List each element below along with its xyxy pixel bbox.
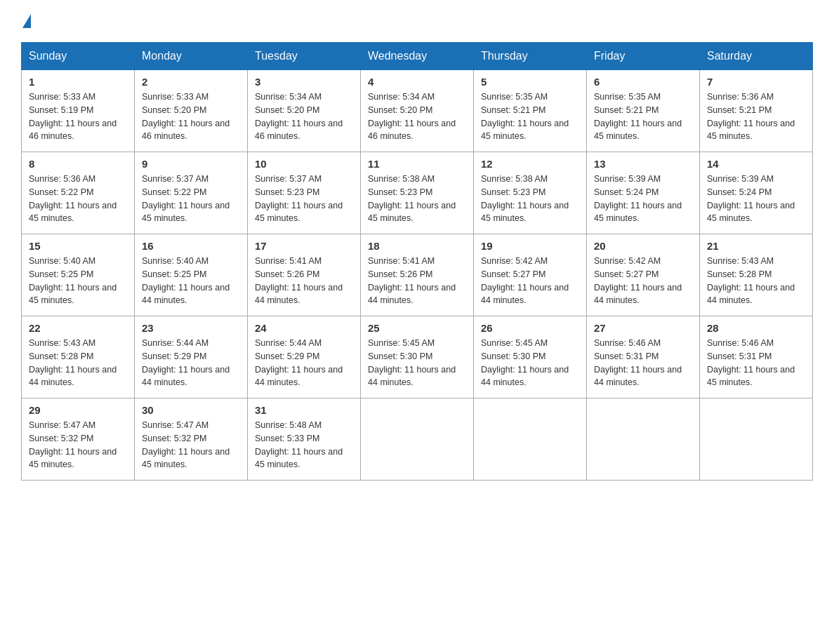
day-number: 10: [255, 158, 353, 170]
header-saturday: Saturday: [700, 43, 813, 70]
table-row: 27Sunrise: 5:46 AMSunset: 5:31 PMDayligh…: [587, 316, 700, 398]
day-info: Sunrise: 5:37 AMSunset: 5:22 PMDaylight:…: [142, 173, 240, 225]
day-info: Sunrise: 5:38 AMSunset: 5:23 PMDaylight:…: [368, 173, 466, 225]
table-row: 15Sunrise: 5:40 AMSunset: 5:25 PMDayligh…: [22, 234, 135, 316]
day-number: 5: [481, 76, 579, 88]
day-info: Sunrise: 5:44 AMSunset: 5:29 PMDaylight:…: [255, 337, 353, 389]
table-row: 14Sunrise: 5:39 AMSunset: 5:24 PMDayligh…: [700, 152, 813, 234]
day-number: 31: [255, 404, 353, 416]
table-row: 13Sunrise: 5:39 AMSunset: 5:24 PMDayligh…: [587, 152, 700, 234]
day-info: Sunrise: 5:43 AMSunset: 5:28 PMDaylight:…: [707, 255, 805, 307]
day-number: 18: [368, 240, 466, 252]
day-number: 19: [481, 240, 579, 252]
table-row: 1Sunrise: 5:33 AMSunset: 5:19 PMDaylight…: [22, 70, 135, 152]
day-number: 21: [707, 240, 805, 252]
table-row: 12Sunrise: 5:38 AMSunset: 5:23 PMDayligh…: [474, 152, 587, 234]
day-number: 3: [255, 76, 353, 88]
table-row: 8Sunrise: 5:36 AMSunset: 5:22 PMDaylight…: [22, 152, 135, 234]
logo-triangle-icon: [22, 14, 31, 28]
header-tuesday: Tuesday: [248, 43, 361, 70]
day-number: 26: [481, 322, 579, 334]
logo-text: [21, 14, 31, 28]
day-info: Sunrise: 5:42 AMSunset: 5:27 PMDaylight:…: [481, 255, 579, 307]
table-row: 20Sunrise: 5:42 AMSunset: 5:27 PMDayligh…: [587, 234, 700, 316]
table-row: 7Sunrise: 5:36 AMSunset: 5:21 PMDaylight…: [700, 70, 813, 152]
table-row: 5Sunrise: 5:35 AMSunset: 5:21 PMDaylight…: [474, 70, 587, 152]
day-number: 1: [29, 76, 127, 88]
table-row: 25Sunrise: 5:45 AMSunset: 5:30 PMDayligh…: [361, 316, 474, 398]
day-number: 25: [368, 322, 466, 334]
day-info: Sunrise: 5:47 AMSunset: 5:32 PMDaylight:…: [142, 419, 240, 471]
table-row: 31Sunrise: 5:48 AMSunset: 5:33 PMDayligh…: [248, 398, 361, 481]
calendar-table: Sunday Monday Tuesday Wednesday Thursday…: [21, 42, 813, 481]
table-row: 16Sunrise: 5:40 AMSunset: 5:25 PMDayligh…: [135, 234, 248, 316]
header-sunday: Sunday: [22, 43, 135, 70]
day-info: Sunrise: 5:39 AMSunset: 5:24 PMDaylight:…: [594, 173, 692, 225]
table-row: 2Sunrise: 5:33 AMSunset: 5:20 PMDaylight…: [135, 70, 248, 152]
day-info: Sunrise: 5:41 AMSunset: 5:26 PMDaylight:…: [368, 255, 466, 307]
day-number: 13: [594, 158, 692, 170]
day-info: Sunrise: 5:42 AMSunset: 5:27 PMDaylight:…: [594, 255, 692, 307]
day-info: Sunrise: 5:33 AMSunset: 5:19 PMDaylight:…: [29, 90, 127, 143]
day-info: Sunrise: 5:44 AMSunset: 5:29 PMDaylight:…: [142, 337, 240, 389]
day-info: Sunrise: 5:34 AMSunset: 5:20 PMDaylight:…: [255, 90, 353, 143]
table-row: [474, 398, 587, 481]
day-info: Sunrise: 5:38 AMSunset: 5:23 PMDaylight:…: [481, 173, 579, 225]
day-info: Sunrise: 5:39 AMSunset: 5:24 PMDaylight:…: [707, 173, 805, 225]
logo: [21, 14, 31, 28]
day-info: Sunrise: 5:37 AMSunset: 5:23 PMDaylight:…: [255, 173, 353, 225]
day-number: 23: [142, 322, 240, 334]
day-info: Sunrise: 5:35 AMSunset: 5:21 PMDaylight:…: [481, 90, 579, 143]
day-info: Sunrise: 5:46 AMSunset: 5:31 PMDaylight:…: [594, 337, 692, 389]
table-row: 30Sunrise: 5:47 AMSunset: 5:32 PMDayligh…: [135, 398, 248, 481]
weekday-header-row: Sunday Monday Tuesday Wednesday Thursday…: [22, 43, 813, 70]
day-info: Sunrise: 5:40 AMSunset: 5:25 PMDaylight:…: [142, 255, 240, 307]
day-number: 14: [707, 158, 805, 170]
day-info: Sunrise: 5:40 AMSunset: 5:25 PMDaylight:…: [29, 255, 127, 307]
day-number: 2: [142, 76, 240, 88]
day-number: 4: [368, 76, 466, 88]
calendar-week-row: 15Sunrise: 5:40 AMSunset: 5:25 PMDayligh…: [22, 234, 813, 316]
table-row: [587, 398, 700, 481]
day-number: 27: [594, 322, 692, 334]
table-row: [700, 398, 813, 481]
calendar-week-row: 8Sunrise: 5:36 AMSunset: 5:22 PMDaylight…: [22, 152, 813, 234]
day-info: Sunrise: 5:36 AMSunset: 5:21 PMDaylight:…: [707, 90, 805, 143]
table-row: 26Sunrise: 5:45 AMSunset: 5:30 PMDayligh…: [474, 316, 587, 398]
table-row: 24Sunrise: 5:44 AMSunset: 5:29 PMDayligh…: [248, 316, 361, 398]
day-info: Sunrise: 5:45 AMSunset: 5:30 PMDaylight:…: [368, 337, 466, 389]
table-row: 10Sunrise: 5:37 AMSunset: 5:23 PMDayligh…: [248, 152, 361, 234]
day-number: 20: [594, 240, 692, 252]
table-row: 19Sunrise: 5:42 AMSunset: 5:27 PMDayligh…: [474, 234, 587, 316]
day-number: 28: [707, 322, 805, 334]
page-header: [21, 14, 813, 28]
table-row: 23Sunrise: 5:44 AMSunset: 5:29 PMDayligh…: [135, 316, 248, 398]
table-row: [361, 398, 474, 481]
table-row: 17Sunrise: 5:41 AMSunset: 5:26 PMDayligh…: [248, 234, 361, 316]
day-info: Sunrise: 5:45 AMSunset: 5:30 PMDaylight:…: [481, 337, 579, 389]
day-number: 17: [255, 240, 353, 252]
table-row: 28Sunrise: 5:46 AMSunset: 5:31 PMDayligh…: [700, 316, 813, 398]
day-number: 12: [481, 158, 579, 170]
day-number: 8: [29, 158, 127, 170]
day-number: 24: [255, 322, 353, 334]
day-info: Sunrise: 5:46 AMSunset: 5:31 PMDaylight:…: [707, 337, 805, 389]
day-info: Sunrise: 5:33 AMSunset: 5:20 PMDaylight:…: [142, 90, 240, 143]
table-row: 21Sunrise: 5:43 AMSunset: 5:28 PMDayligh…: [700, 234, 813, 316]
day-info: Sunrise: 5:48 AMSunset: 5:33 PMDaylight:…: [255, 419, 353, 471]
day-number: 11: [368, 158, 466, 170]
table-row: 29Sunrise: 5:47 AMSunset: 5:32 PMDayligh…: [22, 398, 135, 481]
calendar-week-row: 29Sunrise: 5:47 AMSunset: 5:32 PMDayligh…: [22, 398, 813, 481]
day-number: 16: [142, 240, 240, 252]
header-monday: Monday: [135, 43, 248, 70]
day-info: Sunrise: 5:36 AMSunset: 5:22 PMDaylight:…: [29, 173, 127, 225]
day-info: Sunrise: 5:41 AMSunset: 5:26 PMDaylight:…: [255, 255, 353, 307]
day-number: 7: [707, 76, 805, 88]
table-row: 11Sunrise: 5:38 AMSunset: 5:23 PMDayligh…: [361, 152, 474, 234]
day-number: 30: [142, 404, 240, 416]
day-number: 9: [142, 158, 240, 170]
table-row: 3Sunrise: 5:34 AMSunset: 5:20 PMDaylight…: [248, 70, 361, 152]
table-row: 4Sunrise: 5:34 AMSunset: 5:20 PMDaylight…: [361, 70, 474, 152]
day-info: Sunrise: 5:34 AMSunset: 5:20 PMDaylight:…: [368, 90, 466, 143]
day-number: 22: [29, 322, 127, 334]
